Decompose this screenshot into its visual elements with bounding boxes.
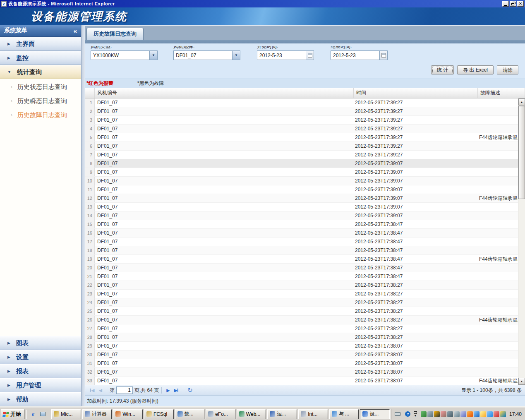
tray-expand-icon[interactable]: ▼	[414, 411, 417, 417]
sidebar-item-stats-query[interactable]: ▼ 统计查询	[0, 65, 81, 79]
table-row[interactable]: 8DF01_072012-05-23T17:39:07	[85, 159, 525, 168]
sidebar-subitem-history-status-log[interactable]: › 历史状态日志查询	[0, 80, 81, 94]
table-row[interactable]: 33DF01_072012-05-23T17:38:07F44齿轮箱轴承温度	[85, 377, 525, 385]
taskbar-button[interactable]: 数...	[175, 409, 205, 419]
table-row[interactable]: 26DF01_072012-05-23T17:38:27F44齿轮箱轴承温度	[85, 316, 525, 324]
taskbar-button[interactable]: Mic...	[51, 409, 81, 419]
chevron-down-icon[interactable]: ▼	[149, 51, 157, 60]
table-row[interactable]: 15DF01_072012-05-23T17:38:47	[85, 220, 525, 229]
tab-history-fault-log[interactable]: 历史故障日志查询	[86, 28, 144, 40]
table-row[interactable]: 4DF01_072012-05-23T17:39:27	[85, 125, 525, 133]
keyboard-layout-icon[interactable]	[393, 410, 402, 418]
sidebar-subitem-history-transient-log[interactable]: › 历史瞬态日志查询	[0, 94, 81, 108]
table-row[interactable]: 29DF01_072012-05-23T17:38:07	[85, 342, 525, 350]
table-row[interactable]: 21DF01_072012-05-23T17:38:47	[85, 272, 525, 281]
table-row[interactable]: 17DF01_072012-05-23T17:38:47	[85, 238, 525, 246]
scrollbar-thumb[interactable]	[518, 106, 525, 199]
refresh-icon[interactable]: ↻	[187, 386, 193, 394]
collapse-sidebar-icon[interactable]: «	[74, 27, 77, 34]
column-header-fault-desc[interactable]: 故障描述	[478, 88, 525, 98]
table-row[interactable]: 16DF01_072012-05-23T17:38:47	[85, 229, 525, 238]
table-row[interactable]: 14DF01_072012-05-23T17:39:07	[85, 211, 525, 220]
help-icon[interactable]: ?	[403, 410, 412, 418]
sidebar-item-help[interactable]: ▶ 帮助	[0, 392, 81, 406]
table-row[interactable]: 12DF01_072012-05-23T17:39:07F44齿轮箱轴承温度	[85, 194, 525, 203]
sidebar-item-monitor[interactable]: ▶ 监控	[0, 51, 81, 65]
table-row[interactable]: 10DF01_072012-05-23T17:39:07	[85, 177, 525, 185]
table-row[interactable]: 30DF01_072012-05-23T17:38:07	[85, 350, 525, 359]
taskbar-button[interactable]: FCSql	[144, 409, 174, 419]
taskbar-button[interactable]: 与 ...	[329, 409, 359, 419]
shield-icon[interactable]	[480, 411, 486, 417]
table-row[interactable]: 11DF01_072012-05-23T17:39:07	[85, 185, 525, 194]
statistics-button[interactable]: 统 计	[431, 65, 454, 74]
p2p-icon[interactable]	[487, 411, 493, 417]
table-row[interactable]: 19DF01_072012-05-23T17:38:47F44齿轮箱轴承温度	[85, 255, 525, 264]
gear-icon[interactable]	[460, 411, 466, 417]
weather-icon[interactable]	[500, 411, 506, 417]
column-header-fan-id[interactable]: 风机编号	[95, 88, 354, 98]
table-row[interactable]: 3DF01_072012-05-23T17:39:27	[85, 116, 525, 125]
sidebar-item-charts[interactable]: ▶ 图表	[0, 336, 81, 350]
quicklaunch-ie-icon[interactable]: e	[29, 410, 37, 418]
server-icon[interactable]	[454, 411, 460, 417]
export-excel-button[interactable]: 导 出 Excel	[457, 65, 494, 74]
table-row[interactable]: 20DF01_072012-05-23T17:38:47	[85, 264, 525, 272]
taskbar-button[interactable]: Web...	[237, 409, 266, 419]
table-row[interactable]: 23DF01_072012-05-23T17:38:27	[85, 290, 525, 298]
minimize-button[interactable]	[502, 1, 509, 7]
chevron-down-icon[interactable]: ▼	[232, 51, 240, 60]
restore-button[interactable]	[510, 1, 516, 7]
taskbar-button[interactable]: eFo...	[206, 409, 235, 419]
fan-select-select[interactable]: DF01_07 ▼	[173, 50, 240, 60]
calendar-icon[interactable]	[379, 51, 387, 60]
table-row[interactable]: 24DF01_072012-05-23T17:38:27	[85, 298, 525, 307]
table-row[interactable]: 27DF01_072012-05-23T17:38:27	[85, 324, 525, 333]
window-titlebar[interactable]: e 设备能源演示系统 - Microsoft Internet Explorer…	[0, 0, 525, 7]
sidebar-subitem-history-fault-log[interactable]: › 历史故障日志查询	[0, 108, 81, 122]
messenger-icon[interactable]	[474, 411, 479, 417]
sidebar-item-reports[interactable]: ▶ 报表	[0, 364, 81, 378]
start-time-field[interactable]: 2012-5-23	[257, 50, 314, 60]
last-page-icon[interactable]: ▶	[174, 388, 178, 393]
network-globe-icon[interactable]	[421, 411, 427, 417]
status-ball-icon[interactable]	[434, 411, 440, 417]
table-row[interactable]: 13DF01_072012-05-23T17:39:07	[85, 203, 525, 211]
taskbar-button[interactable]: 运...	[267, 409, 297, 419]
swoosh-icon[interactable]	[467, 411, 473, 417]
show-desktop-icon[interactable]	[38, 410, 47, 418]
table-row[interactable]: 32DF01_072012-05-23T17:38:07	[85, 368, 525, 377]
taskbar-button[interactable]: Int...	[298, 409, 328, 419]
close-button[interactable]: ✕	[517, 1, 524, 7]
taskbar-button[interactable]: 计算器	[82, 409, 112, 419]
fan-type-select[interactable]: YX1000KW ▼	[91, 50, 158, 60]
table-row[interactable]: 28DF01_072012-05-23T17:38:27	[85, 333, 525, 342]
chart-icon[interactable]	[441, 411, 446, 417]
prev-page-icon[interactable]: ◀	[98, 388, 102, 393]
page-number-input[interactable]	[116, 386, 133, 394]
table-row[interactable]: 9DF01_072012-05-23T17:39:07	[85, 168, 525, 177]
network-tree-icon[interactable]	[447, 411, 453, 417]
end-time-field[interactable]: 2012-5-23	[331, 50, 388, 60]
sidebar-item-settings[interactable]: ▶ 设置	[0, 350, 81, 364]
sidebar-item-user-management[interactable]: ▶ 用户管理	[0, 378, 81, 392]
disconnect-icon[interactable]	[494, 411, 499, 417]
taskbar-button[interactable]: 设...	[360, 409, 390, 419]
calendar-icon[interactable]	[306, 51, 314, 60]
scroll-down-icon[interactable]: ▼	[518, 378, 525, 385]
table-row[interactable]: 18DF01_072012-05-23T17:38:47	[85, 246, 525, 255]
table-row[interactable]: 1DF01_072012-05-23T17:39:27	[85, 98, 525, 107]
table-row[interactable]: 5DF01_072012-05-23T17:39:27F44齿轮箱轴承温度	[85, 133, 525, 142]
clear-button[interactable]: 清除	[497, 65, 518, 74]
table-row[interactable]: 25DF01_072012-05-23T17:38:27	[85, 307, 525, 316]
column-header-time[interactable]: 时间	[354, 88, 478, 98]
table-row[interactable]: 2DF01_072012-05-23T17:39:27	[85, 107, 525, 116]
grid-scrollbar[interactable]: ▲ ▼	[518, 98, 525, 385]
display-icon[interactable]	[427, 411, 433, 417]
first-page-icon[interactable]: ◀	[90, 388, 94, 393]
start-button[interactable]: 开始	[1, 409, 24, 419]
next-page-icon[interactable]: ▶	[166, 388, 170, 393]
sidebar-item-main[interactable]: ▶ 主界面	[0, 37, 81, 51]
taskbar-button[interactable]: Win...	[113, 409, 143, 419]
table-row[interactable]: 7DF01_072012-05-23T17:39:27	[85, 151, 525, 159]
